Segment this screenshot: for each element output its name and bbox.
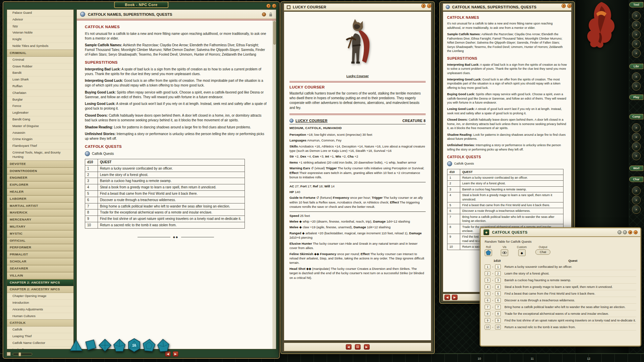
sidebar-item[interactable]: Catfolk xyxy=(7,326,73,333)
sidebar-item[interactable]: Burglar xyxy=(7,97,73,103)
sidebar-item[interactable]: ENGINEER xyxy=(7,174,73,181)
sidebar-item[interactable]: HEALER xyxy=(7,188,73,195)
close-button[interactable]: × xyxy=(567,4,572,8)
table-row[interactable]: 6 - 6 Discover a route through a treache… xyxy=(485,297,636,304)
minimize-button[interactable]: ▾ xyxy=(266,4,271,8)
sidebar-item[interactable]: DOWNTRODDEN xyxy=(7,168,73,175)
sidebar-item[interactable]: Crime Kingpin xyxy=(7,136,73,143)
roll-button[interactable] xyxy=(485,249,492,256)
sidebar-item[interactable]: Chapter Opening Image xyxy=(7,293,73,300)
sidebar-item[interactable]: Catfolk Name Collector xyxy=(7,340,73,347)
sidebar-item[interactable]: Palace Guard xyxy=(7,10,73,16)
sidebar-item[interactable]: Human Cultures xyxy=(7,313,73,320)
sidebar-item[interactable]: Loan Shark xyxy=(7,76,73,83)
chat-output-button[interactable]: Chat xyxy=(535,249,550,255)
sidebar-item[interactable]: MAVERICK xyxy=(7,209,73,216)
table-row[interactable]: 4 - 4 Steal a book from a greedy mage to… xyxy=(485,284,636,290)
sidebar-item[interactable]: LABORER xyxy=(7,195,73,202)
catfolk-quests-link[interactable]: Catfolk Quests xyxy=(447,161,567,166)
rail-button[interactable]: × xyxy=(632,49,641,58)
page-scrollbar[interactable] xyxy=(273,20,276,349)
sidebar-item[interactable]: Ruffian xyxy=(7,83,73,90)
rail-button[interactable]: × xyxy=(632,30,641,39)
token-icon[interactable] xyxy=(262,12,266,16)
sidebar-item[interactable]: Bandit xyxy=(7,70,73,76)
rail-tab[interactable]: Camp xyxy=(629,114,643,119)
table-row[interactable]: 2 - 2 Learn the story of a forest ghost. xyxy=(485,270,636,277)
zoom-slider[interactable] xyxy=(13,353,32,355)
record-link-icon[interactable] xyxy=(80,12,85,17)
sidebar-item[interactable]: Criminal Tools, Magic, and Bounty Huntin… xyxy=(7,149,73,161)
sidebar-item[interactable]: CATFOLK xyxy=(7,319,73,326)
d12-die-icon[interactable] xyxy=(141,337,157,354)
table-row[interactable]: 5 - 5 Find a beast that came from the Fi… xyxy=(485,290,636,297)
sidebar-item[interactable]: SCHOLAR xyxy=(7,258,73,265)
table-row[interactable]: 1 - 1 Return a lucky souvenir confiscate… xyxy=(485,263,636,270)
rail-button[interactable]: × xyxy=(632,186,641,195)
sidebar-item[interactable]: Bandit Gang xyxy=(7,116,73,123)
rail-button[interactable]: × xyxy=(632,123,641,132)
sidebar-item[interactable]: Master of Disguise xyxy=(7,123,73,130)
sidebar-item[interactable]: CHAPTER 2: ANCESTRY NPCS xyxy=(7,279,73,286)
table-row[interactable]: 8 - 8 Trade for the exceptional alchemic… xyxy=(485,310,636,317)
sidebar-item[interactable]: EXPLORER xyxy=(7,181,73,188)
table-row[interactable]: 3 - 3 Banish a cuckoo hag haunting a rem… xyxy=(485,277,636,284)
minimize-button[interactable]: ▾ xyxy=(421,4,426,8)
custom-button[interactable]: ◆ xyxy=(518,249,526,256)
link-icon[interactable] xyxy=(289,119,293,123)
table-row[interactable]: 9 - 9 Find the lost shrine of an upset n… xyxy=(485,317,636,324)
rail-button[interactable]: × xyxy=(632,133,641,141)
sidebar-item[interactable]: DEVOTEE xyxy=(7,161,73,168)
book-window-title[interactable]: Book - NPC Core xyxy=(114,1,168,8)
sidebar-item[interactable]: Assassin xyxy=(7,130,73,136)
sidebar-item[interactable]: Criminal xyxy=(7,57,73,63)
roll-die-button[interactable]: ⚄ xyxy=(355,344,361,350)
sidebar-item[interactable]: Veteran Noble xyxy=(7,29,73,36)
rail-tab[interactable]: Char xyxy=(629,177,643,182)
sidebar-item[interactable]: SEAFARER xyxy=(7,265,73,272)
d100-die-icon[interactable] xyxy=(156,338,171,355)
minimize-button[interactable]: ▾ xyxy=(561,4,566,8)
sidebar-item[interactable]: Grave Robber xyxy=(7,63,73,70)
sidebar-item[interactable]: Legbreaker xyxy=(7,110,73,116)
rail-button[interactable]: × xyxy=(632,82,641,90)
sidebar-item[interactable]: CRIMINAL xyxy=(7,50,73,57)
prev-record-button[interactable]: ◀ xyxy=(346,344,352,350)
creature-name[interactable]: LUCKY COURSER xyxy=(296,118,327,123)
sidebar-item[interactable]: CHAPTER 2: ANCESTRY NPCS xyxy=(7,286,73,293)
rail-button[interactable]: × xyxy=(632,21,641,29)
sidebar-item[interactable]: Advisor xyxy=(7,16,73,23)
sidebar-item[interactable]: Charlatan xyxy=(7,90,73,97)
visibility-button[interactable] xyxy=(501,249,508,256)
pin-button[interactable] xyxy=(623,230,627,234)
d8-die-icon[interactable] xyxy=(98,338,112,354)
d6-die-icon[interactable] xyxy=(83,337,99,355)
sidebar-item[interactable]: Introduction xyxy=(7,300,73,306)
sidebar-item[interactable]: Ancestry Adjustments xyxy=(7,306,73,313)
next-record-button[interactable]: ▶ xyxy=(364,344,370,350)
sidebar-item[interactable]: OFFICIAL xyxy=(7,237,73,244)
catfolk-quests-link[interactable]: Catfolk Quests xyxy=(85,151,267,156)
rail-tab[interactable]: Play xyxy=(629,95,643,100)
rail-tab[interactable]: Tool xyxy=(629,2,643,7)
rail-button[interactable]: × xyxy=(632,11,641,20)
rail-tab[interactable]: Worl xyxy=(629,166,643,171)
table-row[interactable]: 10 - 10 Return a sacred relic to the tom… xyxy=(485,324,636,330)
d10-die-icon[interactable] xyxy=(112,338,126,354)
sidebar-item[interactable]: Spy xyxy=(7,23,73,30)
lock-icon[interactable] xyxy=(269,12,273,17)
slider-knob[interactable] xyxy=(18,352,21,356)
rail-button[interactable]: × xyxy=(632,72,641,81)
rail-button[interactable]: × xyxy=(632,152,641,160)
scrollbar-thumb[interactable] xyxy=(273,21,276,45)
sidebar-item[interactable]: Noble Titles and Symbols xyxy=(7,43,73,50)
sidebar-item[interactable]: Knight xyxy=(7,36,73,43)
next-record-button[interactable]: ▶ xyxy=(452,295,458,300)
rail-button[interactable]: × xyxy=(632,196,641,204)
rail-button[interactable]: × xyxy=(632,142,641,151)
rail-button[interactable]: × xyxy=(632,40,641,48)
grid-button[interactable] xyxy=(7,352,11,356)
d20-die-icon[interactable]: 16 xyxy=(127,338,142,354)
close-button[interactable]: × xyxy=(427,4,431,8)
table-row[interactable]: 7 - 7 Bring home a catfolk political lea… xyxy=(485,304,636,310)
